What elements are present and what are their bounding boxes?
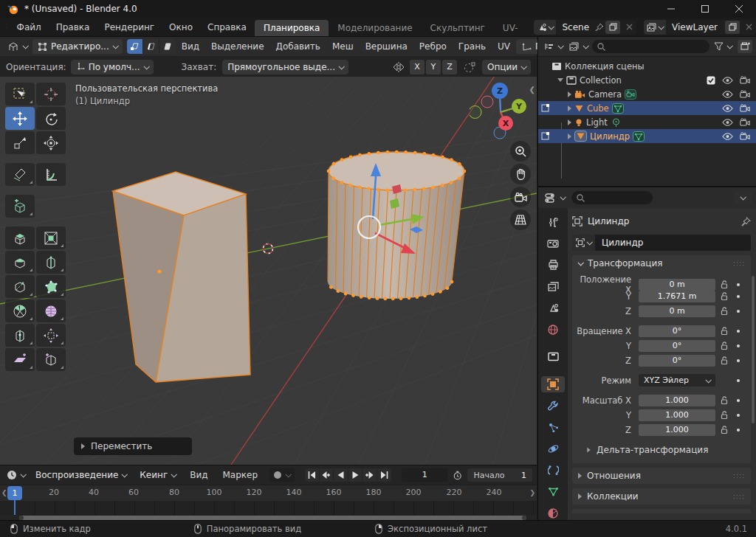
pin-icon[interactable] <box>741 217 751 226</box>
animate-dot[interactable] <box>733 414 743 417</box>
scene-collection-row[interactable]: Коллекция сцены <box>538 59 756 73</box>
workspace-tab-layout[interactable]: Планировка <box>255 20 329 36</box>
eye-icon[interactable] <box>722 77 733 84</box>
menu-file[interactable]: Файл <box>10 18 49 37</box>
tab-collection[interactable] <box>541 349 565 365</box>
transform-tool[interactable] <box>36 131 66 154</box>
menu-face[interactable]: Грань <box>453 41 492 52</box>
orientation-dropdown[interactable]: По умолч... <box>71 60 154 75</box>
properties-options-button[interactable] <box>734 191 752 204</box>
scroll-right-arrow[interactable]: ❯ <box>529 489 535 496</box>
lock-button[interactable] <box>715 292 733 301</box>
relations-panel[interactable]: Отношения :::: <box>572 468 751 484</box>
viewport-3d[interactable]: Пользовательская перспектива (1) Цилиндр… <box>0 77 537 465</box>
select-box-tool[interactable] <box>5 83 35 105</box>
mesh-data-badge[interactable] <box>633 131 645 142</box>
animate-dot[interactable] <box>733 295 743 298</box>
tab-object[interactable] <box>541 376 565 392</box>
play-reverse-button[interactable] <box>334 468 348 482</box>
viewlayer-browse-button[interactable] <box>644 20 666 35</box>
gizmo-axis-neg-x[interactable] <box>481 96 493 108</box>
delta-transform-section[interactable]: Дельта-трансформация <box>574 443 749 457</box>
current-frame-field[interactable]: 1 <box>402 468 447 482</box>
blender-logo-icon[interactable] <box>6 20 7 35</box>
outliner-filter-button[interactable] <box>712 39 734 54</box>
new-collection-button[interactable] <box>738 40 752 53</box>
mode-selector[interactable]: Редактиро... <box>32 39 123 54</box>
gizmo-axis-neg-y[interactable] <box>470 106 481 119</box>
menu-view[interactable]: Вид <box>176 41 205 52</box>
tab-modifiers[interactable] <box>541 398 565 414</box>
mirror-icon[interactable] <box>392 62 405 72</box>
location-x-field[interactable]: 0 m <box>639 279 715 291</box>
editor-type-button[interactable] <box>3 39 32 54</box>
object-id-browse-button[interactable] <box>572 235 595 251</box>
rotation-y-field[interactable]: 0° <box>639 340 715 352</box>
pan-button[interactable] <box>510 164 531 184</box>
stopwatch-icon[interactable] <box>453 470 461 481</box>
tab-physics[interactable] <box>541 440 565 457</box>
menu-help[interactable]: Справка <box>200 18 254 37</box>
camera-toggle-icon[interactable] <box>740 132 750 140</box>
smooth-tool[interactable] <box>36 299 66 322</box>
maximize-button[interactable] <box>688 0 722 18</box>
measure-tool[interactable] <box>36 163 66 186</box>
shear-tool[interactable] <box>5 348 35 371</box>
minimize-button[interactable] <box>654 0 688 18</box>
bevel-tool[interactable] <box>5 251 35 274</box>
viewlayer-remove-button[interactable] <box>741 21 756 34</box>
cube-mesh[interactable] <box>113 172 250 382</box>
menu-mesh[interactable]: Меш <box>326 41 360 52</box>
outliner-row-cylinder[interactable]: Цилиндр <box>538 129 756 143</box>
animate-dot[interactable] <box>733 330 743 333</box>
menu-uv[interactable]: UV <box>492 41 516 52</box>
collections-panel[interactable]: Коллекции :::: <box>572 488 751 505</box>
menu-edit[interactable]: Правка <box>49 18 97 37</box>
scene-browse-button[interactable] <box>534 20 556 35</box>
disclosure-triangle-icon[interactable] <box>557 78 563 82</box>
outliner-row-camera[interactable]: Camera <box>538 87 756 101</box>
lock-button[interactable] <box>715 280 733 289</box>
camera-view-button[interactable] <box>510 187 531 207</box>
keying-menu[interactable]: Кеинг <box>134 468 181 482</box>
lock-button[interactable] <box>715 356 733 365</box>
outliner-search-input[interactable] <box>592 40 709 53</box>
disclosure-triangle-icon[interactable] <box>568 119 571 125</box>
camera-toggle-icon[interactable] <box>740 90 750 98</box>
checkbox-icon[interactable] <box>707 76 715 85</box>
tab-constraints[interactable] <box>541 462 565 479</box>
tab-object-data[interactable] <box>541 484 565 500</box>
options-dropdown[interactable]: Опции <box>482 60 531 75</box>
close-button[interactable] <box>722 0 756 18</box>
next-keyframe-button[interactable] <box>362 468 377 482</box>
outliner-row-light[interactable]: Light <box>538 115 756 129</box>
scale-z-field[interactable]: 1.000 <box>639 424 715 436</box>
disclosure-triangle-icon[interactable] <box>568 105 571 111</box>
animate-dot[interactable] <box>733 310 743 313</box>
poly-build-tool[interactable] <box>36 275 66 298</box>
mesh-data-badge[interactable] <box>612 103 624 114</box>
menu-select[interactable]: Выделение <box>205 41 269 52</box>
tab-material[interactable] <box>541 505 565 522</box>
lock-button[interactable] <box>715 342 733 350</box>
tab-output[interactable] <box>541 257 565 273</box>
knife-tool[interactable] <box>5 275 35 298</box>
rotation-x-field[interactable]: 0° <box>639 325 715 337</box>
pin-icon[interactable] <box>595 23 604 32</box>
collection-row[interactable]: Collection <box>538 73 756 87</box>
record-button[interactable] <box>274 471 281 479</box>
disclosure-triangle-icon[interactable] <box>568 91 571 97</box>
workspace-tab-sculpting[interactable]: Скульптинг <box>422 20 494 36</box>
scene-unlink-button[interactable] <box>622 21 636 34</box>
move-tool[interactable] <box>5 107 35 130</box>
prev-keyframe-button[interactable] <box>320 468 334 482</box>
menu-window[interactable]: Окно <box>162 18 200 37</box>
mirror-z-button[interactable]: Z <box>442 60 457 75</box>
tab-view-layer[interactable] <box>541 278 565 294</box>
properties-search-input[interactable] <box>571 191 653 204</box>
animate-dot[interactable] <box>733 379 743 382</box>
mirror-y-button[interactable]: Y <box>426 60 441 75</box>
spin-tool[interactable] <box>5 299 35 322</box>
scroll-left-arrow[interactable]: ❮ <box>1 489 7 496</box>
timeline-marker-menu[interactable]: Маркер <box>217 470 264 480</box>
